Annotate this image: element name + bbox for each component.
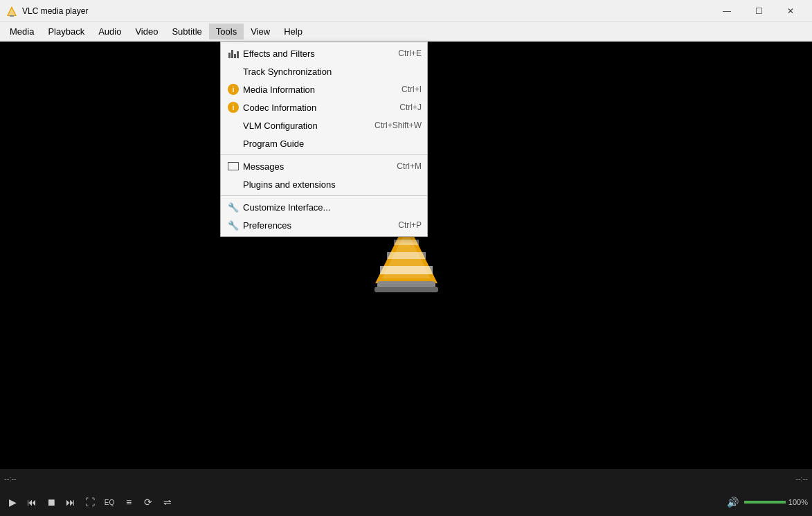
media-info-icon-area: i: [224, 84, 243, 95]
tools-dropdown: Effects and Filters Ctrl+E Track Synchro…: [220, 42, 428, 237]
random-button[interactable]: ⇌: [159, 494, 176, 510]
messages-icon: [228, 162, 239, 170]
vlm-config-shortcut: Ctrl+Shift+W: [375, 121, 422, 130]
menu-row-plugins[interactable]: Plugins and extensions: [221, 175, 427, 193]
plugins-label: Plugins and extensions: [243, 179, 408, 190]
menu-row-preferences[interactable]: 🔧 Preferences Ctrl+P: [221, 216, 427, 234]
program-guide-label: Program Guide: [243, 139, 408, 149]
menu-audio[interactable]: Audio: [91, 24, 128, 39]
svg-rect-2: [10, 15, 14, 17]
effects-filters-label: Effects and Filters: [243, 48, 384, 59]
messages-label: Messages: [243, 161, 383, 172]
close-button[interactable]: ✕: [775, 0, 806, 22]
menu-row-media-info[interactable]: i Media Information Ctrl+I: [221, 80, 427, 98]
menu-tools[interactable]: Tools: [209, 24, 244, 39]
volume-label: 100%: [788, 498, 808, 506]
effects-filters-shortcut: Ctrl+E: [398, 48, 422, 58]
volume-bar[interactable]: [744, 501, 786, 504]
codec-info-shortcut: Ctrl+J: [399, 103, 422, 112]
svg-rect-6: [387, 252, 426, 259]
menu-row-vlm-config[interactable]: VLM Configuration Ctrl+Shift+W: [221, 116, 427, 134]
menu-playback[interactable]: Playback: [41, 24, 91, 39]
menu-view[interactable]: View: [244, 24, 277, 39]
stop-button[interactable]: ⏹: [43, 494, 60, 510]
info-icon-media: i: [228, 84, 239, 95]
volume-icon[interactable]: 🔊: [725, 494, 741, 510]
info-icon-codec: i: [228, 102, 239, 113]
equalizer-icon: [228, 48, 239, 58]
preferences-label: Preferences: [243, 220, 384, 231]
menu-subtitle[interactable]: Subtitle: [165, 24, 208, 39]
play-button[interactable]: ▶: [4, 494, 21, 510]
codec-info-label: Codec Information: [243, 103, 386, 113]
minimize-button[interactable]: —: [711, 0, 743, 22]
codec-info-icon-area: i: [224, 102, 243, 113]
svg-rect-7: [394, 240, 419, 245]
controls-bar: ▶ ⏮ ⏹ ⏭ ⛶ EQ ≡ ⟳ ⇌ 🔊 100%: [0, 488, 812, 516]
separator-1: [221, 154, 427, 155]
menu-row-messages[interactable]: Messages Ctrl+M: [221, 157, 427, 175]
separator-2: [221, 195, 427, 196]
media-info-label: Media Information: [243, 84, 388, 95]
maximize-button[interactable]: ☐: [743, 0, 775, 22]
app-icon: [6, 5, 18, 17]
fullscreen-button[interactable]: ⛶: [82, 494, 98, 510]
titlebar: VLC media player — ☐ ✕: [0, 0, 812, 22]
status-time-left: --:--: [4, 474, 17, 483]
playlist-button[interactable]: ≡: [120, 494, 137, 510]
svg-rect-5: [380, 266, 433, 274]
vlm-config-label: VLM Configuration: [243, 121, 361, 131]
app-title: VLC media player: [22, 6, 711, 16]
volume-area: 🔊 100%: [725, 494, 808, 510]
wrench-icon-customize: 🔧: [228, 202, 239, 213]
menubar: Media Playback Audio Video Subtitle Tool…: [0, 22, 812, 42]
menu-row-effects-filters[interactable]: Effects and Filters Ctrl+E: [221, 44, 427, 62]
menu-media[interactable]: Media: [3, 24, 41, 39]
loop-button[interactable]: ⟳: [140, 494, 156, 510]
effects-icon-area: [224, 48, 243, 58]
menu-row-customize[interactable]: 🔧 Customize Interface...: [221, 198, 427, 216]
preferences-icon-area: 🔧: [224, 220, 243, 231]
volume-fill: [744, 501, 786, 504]
media-info-shortcut: Ctrl+I: [402, 84, 422, 94]
window-controls: — ☐ ✕: [711, 0, 806, 22]
messages-icon-area: [224, 162, 243, 170]
menu-row-codec-info[interactable]: i Codec Information Ctrl+J: [221, 98, 427, 116]
next-button[interactable]: ⏭: [62, 494, 79, 510]
preferences-shortcut: Ctrl+P: [398, 220, 422, 230]
customize-label: Customize Interface...: [243, 202, 408, 213]
eq-button[interactable]: EQ: [101, 494, 118, 510]
status-time-right: --:--: [795, 474, 808, 483]
track-sync-label: Track Synchronization: [243, 66, 408, 77]
customize-icon-area: 🔧: [224, 202, 243, 213]
menu-help[interactable]: Help: [277, 24, 309, 39]
menu-row-track-sync[interactable]: Track Synchronization: [221, 62, 427, 80]
menu-video[interactable]: Video: [128, 24, 165, 39]
svg-rect-9: [375, 287, 438, 292]
messages-shortcut: Ctrl+M: [397, 161, 422, 171]
wrench-icon-preferences: 🔧: [228, 220, 239, 231]
prev-button[interactable]: ⏮: [24, 494, 40, 510]
statusbar: --:-- --:--: [0, 469, 812, 488]
menu-row-program-guide[interactable]: Program Guide: [221, 134, 427, 152]
